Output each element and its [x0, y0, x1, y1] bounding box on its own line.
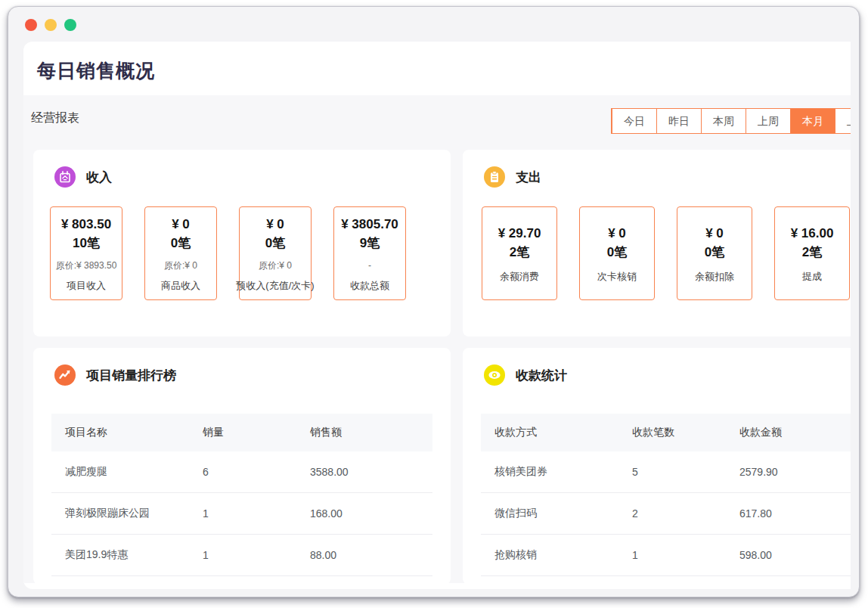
period-tab[interactable]: 今日	[612, 109, 656, 133]
stat-original-price: 原价:¥ 0	[164, 259, 197, 271]
stat-count: 0笔	[607, 243, 627, 262]
stat-amount: ¥ 0	[266, 215, 284, 234]
expense-card-title: 支出	[516, 169, 541, 186]
stat-count: 9笔	[360, 234, 380, 253]
stat-count: 0笔	[705, 243, 724, 262]
period-tab[interactable]: 本周	[701, 109, 746, 133]
column-header: 收款笔数	[632, 426, 739, 439]
sales-amount-cell: 3588.00	[310, 466, 432, 478]
payment-method-cell: 微信扫码	[481, 507, 632, 520]
window-controls	[25, 19, 76, 31]
screenshot-canvas: 每日销售概况 经营报表 今日 昨日 本周 上周 本月	[0, 0, 868, 608]
app-window: 每日销售概况 经营报表 今日 昨日 本周 上周 本月	[8, 6, 860, 597]
minimize-window-icon[interactable]	[45, 19, 57, 31]
table-row: 减肥瘦腿 6 3588.00	[51, 451, 432, 493]
expense-card: 支出 ¥ 29.70 2笔 余额消费 ¥ 0	[463, 150, 851, 337]
stat-amount: ¥ 29.70	[498, 224, 541, 243]
stat-original-price: -	[368, 259, 371, 271]
income-card-header: 收入	[54, 166, 112, 188]
column-header: 销售额	[310, 426, 432, 439]
ranking-card-title: 项目销量排行榜	[86, 367, 176, 384]
page-title: 每日销售概况	[37, 58, 155, 83]
column-header: 项目名称	[51, 426, 203, 439]
stat-amount: ¥ 16.00	[791, 224, 834, 243]
expense-stat-box: ¥ 0 0笔 次卡核销	[579, 206, 655, 300]
payment-amount-cell: 598.00	[739, 549, 851, 561]
income-stat-box: ¥ 0 0笔 原价:¥ 0 预收入(充值/次卡)	[239, 206, 312, 300]
column-header: 收款金额	[739, 426, 851, 439]
period-tab[interactable]: 上月	[835, 109, 851, 133]
stat-amount: ¥ 0	[608, 224, 626, 243]
table-row: 微信扫码 2 617.80	[481, 493, 851, 535]
stat-label: 提成	[802, 271, 822, 283]
expense-stat-box: ¥ 29.70 2笔 余额消费	[482, 206, 557, 300]
item-name-cell: 美团19.9特惠	[51, 548, 203, 562]
sales-amount-cell: 168.00	[310, 507, 432, 520]
payment-table-body: 核销美团券 5 2579.90 微信扫码 2 617.80	[481, 451, 851, 576]
payment-card-title: 收款统计	[516, 367, 567, 384]
maximize-window-icon[interactable]	[64, 19, 76, 31]
payment-method-cell: 抢购核销	[481, 548, 632, 562]
payment-count-cell: 5	[632, 466, 739, 478]
expense-stat-box: ¥ 16.00 2笔 提成	[774, 206, 850, 300]
sales-count-cell: 1	[203, 549, 310, 561]
sales-amount-cell: 88.00	[310, 549, 432, 561]
payment-table-header: 收款方式 收款笔数 收款金额	[481, 414, 851, 451]
stat-label: 次卡核销	[597, 271, 637, 283]
close-window-icon[interactable]	[25, 19, 37, 31]
payment-amount-cell: 2579.90	[739, 466, 851, 478]
period-tab[interactable]: 昨日	[656, 109, 701, 133]
sales-count-cell: 6	[203, 466, 310, 478]
income-stat-box: ¥ 0 0笔 原价:¥ 0 商品收入	[144, 206, 217, 300]
stat-amount: ¥ 803.50	[61, 215, 111, 234]
table-row: 美团19.9特惠 1 88.00	[51, 535, 432, 576]
stat-amount: ¥ 0	[705, 224, 724, 243]
stat-amount: ¥ 3805.70	[341, 215, 398, 234]
stat-count: 0笔	[265, 234, 285, 253]
item-name-cell: 弹刻极限蹦床公园	[51, 507, 203, 520]
payment-count-cell: 1	[632, 549, 739, 561]
stat-label: 收款总额	[350, 280, 389, 292]
payment-method-cell: 核销美团券	[481, 465, 632, 479]
page-panel: 每日销售概况 经营报表 今日 昨日 本周 上周 本月	[23, 42, 851, 589]
income-stat-box: ¥ 3805.70 9笔 - 收款总额	[333, 206, 406, 300]
column-header: 销量	[203, 426, 310, 439]
stat-label: 余额扣除	[695, 271, 734, 283]
ranking-card: 项目销量排行榜 项目名称 销量 销售额 减肥瘦腿	[33, 348, 451, 583]
payment-card-header: 收款统计	[484, 364, 567, 386]
ranking-table: 项目名称 销量 销售额 减肥瘦腿 6 3588.00	[51, 414, 432, 576]
ranking-card-header: 项目销量排行榜	[54, 364, 176, 386]
payment-table: 收款方式 收款笔数 收款金额 核销美团券 5 2579.90	[481, 414, 851, 576]
stat-count: 2笔	[802, 243, 822, 262]
payment-card: 收款统计 收款方式 收款笔数 收款金额 核销美团券	[463, 348, 851, 583]
income-card-title: 收入	[86, 169, 112, 186]
ranking-table-body: 减肥瘦腿 6 3588.00 弹刻极限蹦床公园 1 168.00	[51, 451, 432, 576]
calendar-icon	[54, 166, 76, 188]
stat-label: 余额消费	[500, 271, 539, 283]
clipboard-icon	[484, 166, 505, 188]
trend-up-icon	[54, 364, 76, 386]
income-stat-box: ¥ 803.50 10笔 原价:¥ 3893.50 项目收入	[50, 206, 122, 300]
table-row: 抢购核销 1 598.00	[481, 535, 851, 576]
income-card: 收入 ¥ 803.50 10笔 原价:¥ 3893.50 项目收入	[33, 150, 451, 337]
expense-card-header: 支出	[484, 166, 541, 188]
stat-original-price: 原价:¥ 3893.50	[56, 259, 117, 271]
section-title: 经营报表	[31, 110, 79, 126]
sales-count-cell: 1	[203, 507, 310, 520]
stat-count: 10笔	[73, 234, 100, 253]
stat-amount: ¥ 0	[172, 215, 190, 234]
table-row: 弹刻极限蹦床公园 1 168.00	[51, 493, 432, 535]
stat-label: 项目收入	[67, 280, 106, 292]
content-area: 经营报表 今日 昨日 本周 上周 本月 上月	[23, 95, 851, 583]
period-tab-group: 今日 昨日 本周 上周 本月 上月	[611, 108, 851, 134]
ranking-table-header: 项目名称 销量 销售额	[51, 414, 432, 451]
period-tab[interactable]: 上周	[746, 109, 790, 133]
stat-count: 0笔	[171, 234, 191, 253]
item-name-cell: 减肥瘦腿	[51, 465, 203, 479]
period-tab[interactable]: 本月	[790, 109, 835, 133]
income-stats: ¥ 803.50 10笔 原价:¥ 3893.50 项目收入 ¥ 0 0笔 原价…	[50, 206, 406, 300]
payment-amount-cell: 617.80	[739, 507, 851, 520]
stat-label: 预收入(充值/次卡)	[236, 280, 314, 292]
expense-stats: ¥ 29.70 2笔 余额消费 ¥ 0 0笔 次卡核销	[482, 206, 850, 300]
expense-stat-box: ¥ 0 0笔 余额扣除	[677, 206, 752, 300]
